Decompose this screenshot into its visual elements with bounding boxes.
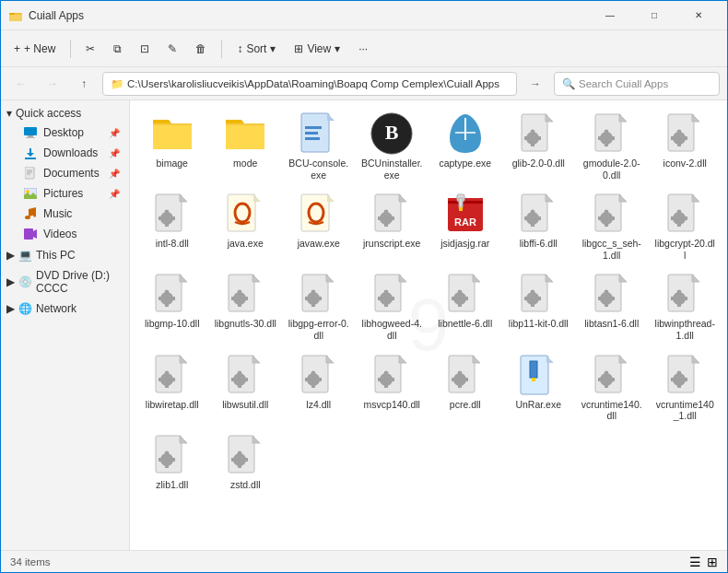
pictures-label: Pictures [43,187,83,200]
file-item[interactable]: libwsutil.dll [211,349,281,426]
network-header[interactable]: ▶ 🌐 Network [1,299,129,318]
sidebar-item-pictures[interactable]: Pictures 📌 [3,183,127,204]
copy-button[interactable]: ⧉ [106,39,129,59]
svg-marker-233 [252,436,260,443]
documents-label: Documents [43,167,100,180]
unrar-icon [516,353,560,397]
file-item[interactable]: java.exe [211,188,281,264]
svg-rect-18 [305,132,318,134]
minimize-button[interactable]: — [589,1,631,30]
new-button[interactable]: + + New [6,39,63,59]
network-icon: 🌐 [18,302,32,315]
paste-icon: ⊡ [140,42,149,55]
sidebar-item-documents[interactable]: Documents 📌 [3,163,127,183]
file-item[interactable]: lz4.dll [284,349,354,426]
exe-b-icon: B [370,111,414,156]
dll-icon [516,111,560,156]
file-name: UnRar.exe [515,399,561,411]
file-content: 9 bimage mode BCU-console.exe B BCUninst… [130,100,727,550]
forward-button[interactable]: → [40,71,65,97]
file-item[interactable]: libwiretap.dll [137,349,207,426]
svg-marker-225 [180,436,187,443]
delete-button[interactable]: 🗑 [188,39,214,59]
back-button[interactable]: ← [8,71,34,97]
dll-icon [663,192,707,236]
file-item[interactable]: libgmp-10.dll [137,268,207,345]
file-item[interactable]: libgcrypt-20.dll [651,188,721,264]
up-button[interactable]: ↑ [71,71,97,97]
view-label: View [307,42,331,55]
sort-chevron-icon: ▾ [270,42,276,55]
file-item[interactable]: libgcc_s_seh-1.dll [577,188,647,264]
new-label: + New [24,42,55,55]
more-button[interactable]: ··· [351,39,375,59]
file-item[interactable]: libp11-kit-0.dll [504,268,574,345]
close-button[interactable]: ✕ [677,1,720,30]
svg-rect-14 [24,228,33,240]
file-item[interactable]: intl-8.dll [137,188,207,264]
file-item[interactable]: bimage [137,108,207,184]
file-item[interactable]: captype.exe [430,108,500,184]
file-name: libgmp-10.dll [145,318,200,330]
view-button[interactable]: ⊞ View ▾ [287,39,347,59]
sidebar-item-videos[interactable]: Videos [3,224,127,244]
file-item[interactable]: javaw.exe [284,188,354,264]
file-item[interactable]: libgnutls-30.dll [211,268,281,345]
file-item[interactable]: vcruntime140.dll [577,349,647,426]
file-item[interactable]: libnettle-6.dll [430,268,500,345]
file-item[interactable]: vcruntime140_1.dll [651,349,721,426]
address-path[interactable]: 📁 C:\Users\karolisliucveikis\AppData\Roa… [102,72,517,96]
this-pc-header[interactable]: ▶ 💻 This PC [1,246,129,264]
downloads-label: Downloads [43,146,98,159]
svg-marker-24 [546,114,553,122]
grid-view-button[interactable]: ⊞ [707,555,718,569]
svg-rect-72 [459,198,463,207]
svg-marker-117 [326,275,334,282]
toolbar-separator [70,40,71,58]
more-icon: ··· [358,42,368,55]
maximize-button[interactable]: □ [633,1,675,30]
file-item[interactable]: libffi-6.dll [504,188,574,264]
file-item[interactable]: mode [211,108,281,184]
file-item[interactable]: RAR jsidjasjg.rar [430,188,500,264]
file-item[interactable]: BCU-console.exe [284,108,354,184]
file-item[interactable]: zlib1.dll [137,429,207,495]
go-button[interactable]: → [523,71,548,97]
sidebar-item-music[interactable]: Music [3,204,127,224]
quick-access-header[interactable]: ▾ Quick access [1,104,129,123]
file-name: intl-8.dll [156,238,189,250]
file-item[interactable]: UnRar.exe [504,349,574,426]
search-box[interactable]: 🔍 Search Cuiall Apps [554,72,720,96]
svg-marker-40 [692,114,699,122]
sidebar-item-desktop[interactable]: Desktop 📌 [3,123,127,143]
rename-button[interactable]: ✎ [160,39,184,59]
file-item[interactable]: B BCUninstaller.exe [358,108,428,184]
file-item[interactable]: gmodule-2.0-0.dll [577,108,647,184]
dvd-header[interactable]: ▶ 💿 DVD Drive (D:) CCCC [1,266,129,298]
file-item[interactable]: libtasn1-6.dll [577,268,647,345]
file-item[interactable]: zstd.dll [211,429,281,495]
sidebar-item-downloads[interactable]: Downloads 📌 [3,143,127,163]
file-item[interactable]: msvcp140.dll [358,349,428,426]
file-item[interactable]: iconv-2.dll [651,108,721,184]
sort-button[interactable]: ↕ Sort ▾ [229,39,283,59]
sort-label: Sort [246,42,266,55]
file-item[interactable]: pcre.dll [430,349,500,426]
download-icon [23,146,38,160]
file-item[interactable]: jrunscript.exe [358,188,428,264]
cut-button[interactable]: ✂ [78,39,102,59]
view-toggles: ☰ ⊞ [689,555,718,569]
list-view-button[interactable]: ☰ [689,555,701,569]
this-pc-section: ▶ 💻 This PC [1,246,129,264]
file-item[interactable]: glib-2.0-0.dll [504,108,574,184]
paste-button[interactable]: ⊡ [133,39,157,59]
file-item[interactable]: libgpg-error-0.dll [284,268,354,345]
svg-marker-209 [619,356,627,363]
dll-icon [590,272,634,316]
pin-icon-3: 📌 [109,169,120,179]
java-icon [223,192,267,236]
file-item[interactable]: libwinpthread-1.dll [651,268,721,345]
file-item[interactable]: libhogweed-4.dll [358,268,428,345]
chevron-right-icon-3: ▶ [6,302,15,315]
window-controls: — □ ✕ [589,1,720,30]
